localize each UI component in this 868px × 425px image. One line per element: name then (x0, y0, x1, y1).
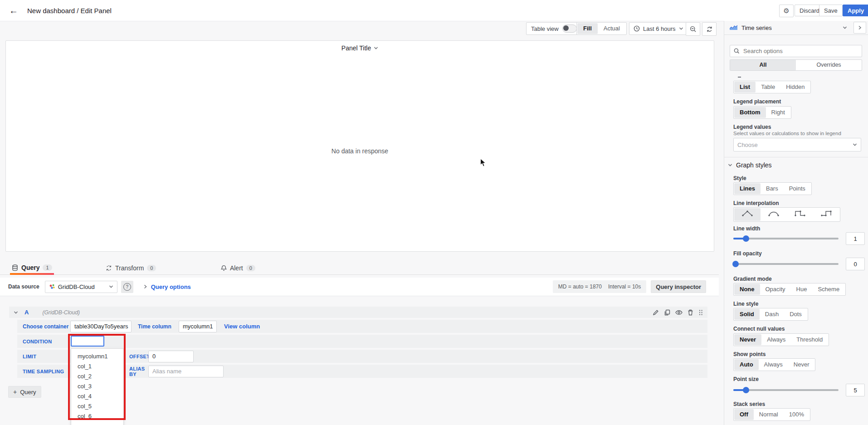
duplicate-copy-icon[interactable] (664, 309, 670, 316)
collapse-chevron-icon[interactable] (14, 311, 18, 314)
legend-values-select[interactable]: Choose (733, 138, 861, 151)
style-group: LinesBarsPoints (733, 182, 812, 195)
interpolation-linear-icon[interactable] (734, 208, 761, 221)
panel-header[interactable]: Panel Title (6, 41, 714, 55)
gradient-mode-option-hue[interactable]: Hue (791, 284, 813, 295)
active-tab-underline (10, 273, 54, 275)
condition-input[interactable] (71, 336, 104, 347)
column-dropdown: mycolumn1col_1col_2col_3col_4col_5col_6 (71, 348, 124, 425)
chevron-down-icon[interactable] (843, 26, 847, 29)
legend-mode-option-table[interactable]: Table (756, 82, 780, 93)
viz-picker-value[interactable]: Time series (741, 24, 772, 31)
offset-input[interactable] (148, 351, 194, 362)
hide-eye-icon[interactable] (675, 310, 683, 315)
zoom-out-button[interactable] (686, 22, 700, 36)
panel-title: Panel Title (341, 44, 371, 52)
connect-null-values-option-never[interactable]: Never (734, 334, 761, 345)
actual-option[interactable]: Actual (598, 23, 626, 34)
gradient-mode-group: NoneOpacityHueScheme (733, 283, 846, 296)
container-row: Choose container table30DayTo5years Time… (17, 320, 707, 333)
slider-thumb[interactable] (743, 387, 749, 393)
stack-series-option-off[interactable]: Off (734, 409, 754, 420)
style-option-points[interactable]: Points (784, 183, 811, 194)
drag-handle-icon[interactable] (698, 309, 703, 316)
dropdown-option-col_1[interactable]: col_1 (71, 361, 123, 371)
legend-mode-option-list[interactable]: List (734, 82, 756, 93)
query-ref-id[interactable]: A (24, 309, 29, 316)
stack-series-option-100-[interactable]: 100% (784, 409, 809, 420)
slider-thumb[interactable] (732, 261, 739, 267)
tab-query-label: Query (21, 264, 39, 271)
datasource-help-button[interactable]: ? (121, 281, 133, 293)
dropdown-option-col_2[interactable]: col_2 (71, 371, 123, 381)
time-range-picker[interactable]: Last 6 hours (629, 22, 688, 35)
point-size-slider[interactable] (733, 389, 839, 391)
view-column-link[interactable]: View column (224, 323, 260, 330)
slider-thumb[interactable] (743, 235, 749, 242)
time-column-select[interactable]: mycolumn1 (179, 321, 217, 332)
fill-opacity-value[interactable]: 0 (846, 258, 865, 270)
fill-opacity-slider[interactable] (733, 263, 839, 265)
line-style-option-dash[interactable]: Dash (760, 309, 784, 320)
table-view-toggle[interactable] (562, 24, 577, 33)
offset-label: OFFSET (129, 354, 148, 359)
style-option-lines[interactable]: Lines (734, 183, 761, 194)
add-query-button[interactable]: + Query (8, 386, 41, 398)
graph-styles-header[interactable]: Graph styles (728, 161, 772, 169)
container-value: table30DayTo5years (74, 323, 128, 330)
stack-series-option-normal[interactable]: Normal (754, 409, 784, 420)
search-input[interactable] (742, 47, 862, 55)
collapse-pane-button[interactable] (853, 22, 866, 34)
dropdown-option-col_6[interactable]: col_6 (71, 411, 123, 421)
delete-trash-icon[interactable] (688, 309, 693, 316)
legend-placement-option-right[interactable]: Right (766, 107, 790, 118)
tab-alert[interactable]: Alert 0 (219, 261, 257, 275)
connect-null-values-option-threshold[interactable]: Threshold (791, 334, 828, 345)
apply-button[interactable]: Apply (843, 5, 868, 16)
bell-icon (221, 265, 227, 271)
query-inspector-button[interactable]: Query inspector (651, 280, 706, 293)
show-points-option-auto[interactable]: Auto (734, 359, 759, 370)
interpolation-smooth-icon[interactable] (761, 208, 787, 221)
dropdown-option-col_3[interactable]: col_3 (71, 381, 123, 391)
tab-alert-label: Alert (230, 264, 243, 272)
gradient-mode-option-opacity[interactable]: Opacity (760, 284, 791, 295)
line-width-value[interactable]: 1 (846, 232, 865, 245)
show-points-option-never[interactable]: Never (788, 359, 815, 370)
back-arrow-icon[interactable]: ← (6, 3, 21, 18)
legend-placement-label: Legend placement (733, 98, 781, 105)
time-column-label: Time column (138, 323, 179, 330)
line-width-slider[interactable] (733, 238, 839, 239)
connect-null-values-option-always[interactable]: Always (761, 334, 791, 345)
interpolation-step-before-icon[interactable] (787, 208, 813, 221)
tab-query-badge: 1 (43, 264, 52, 271)
legend-mode-option-hidden[interactable]: Hidden (780, 82, 810, 93)
line-style-option-solid[interactable]: Solid (734, 309, 760, 320)
datasource-select[interactable]: GridDB-Cloud (45, 281, 117, 293)
tab-query[interactable]: Query 1 (10, 261, 54, 274)
legend-placement-option-bottom[interactable]: Bottom (734, 107, 766, 118)
line-style-option-dots[interactable]: Dots (784, 309, 807, 320)
gradient-mode-option-scheme[interactable]: Scheme (812, 284, 845, 295)
save-button[interactable]: Save (819, 5, 843, 16)
dropdown-option-col_5[interactable]: col_5 (71, 401, 123, 411)
query-options-toggle[interactable]: Query options (151, 283, 191, 290)
interpolation-step-after-icon[interactable] (813, 208, 839, 221)
point-size-value[interactable]: 5 (846, 384, 865, 396)
alias-input[interactable] (148, 366, 224, 377)
edit-pencil-icon[interactable] (653, 309, 659, 316)
legend-mode-group: ListTableHidden (733, 81, 811, 93)
tab-alert-badge: 0 (246, 265, 255, 271)
tab-transform[interactable]: Transform 0 (104, 261, 158, 275)
dropdown-option-mycolumn1[interactable]: mycolumn1 (71, 352, 123, 361)
show-points-option-always[interactable]: Always (759, 359, 788, 370)
container-select[interactable]: table30DayTo5years (70, 321, 132, 332)
style-option-bars[interactable]: Bars (761, 183, 784, 194)
fill-option[interactable]: Fill (577, 23, 598, 34)
tab-all[interactable]: All (730, 60, 796, 70)
gradient-mode-option-none[interactable]: None (734, 284, 760, 295)
tab-overrides[interactable]: Overrides (796, 60, 862, 70)
dropdown-option-col_4[interactable]: col_4 (71, 391, 123, 401)
refresh-button[interactable] (702, 22, 717, 36)
panel-settings-gear-icon[interactable]: ⚙ (779, 5, 794, 17)
